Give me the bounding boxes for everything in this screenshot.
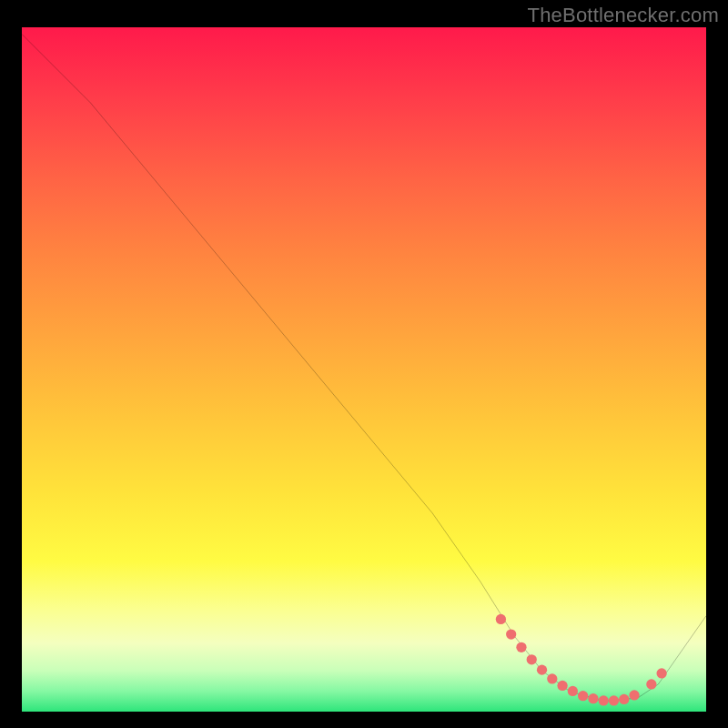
chart-stage: TheBottlenecker.com [0,0,728,728]
highlight-marker [578,691,588,701]
highlight-marker [547,673,557,683]
highlight-markers [496,614,667,706]
highlight-marker [527,654,537,664]
highlight-marker [656,668,666,678]
highlight-marker [646,679,656,689]
highlight-marker [516,642,526,652]
highlight-marker [537,664,547,674]
highlight-marker [599,695,609,705]
highlight-marker [629,690,639,700]
bottleneck-curve [22,35,706,702]
highlight-marker [588,693,598,703]
plot-area [22,27,706,712]
curve-overlay [22,27,706,712]
highlight-marker [506,629,516,639]
highlight-marker [557,681,567,691]
attribution-text: TheBottlenecker.com [528,4,719,27]
highlight-marker [619,694,629,704]
highlight-marker [568,686,578,696]
highlight-marker [609,695,619,705]
highlight-marker [496,614,506,624]
